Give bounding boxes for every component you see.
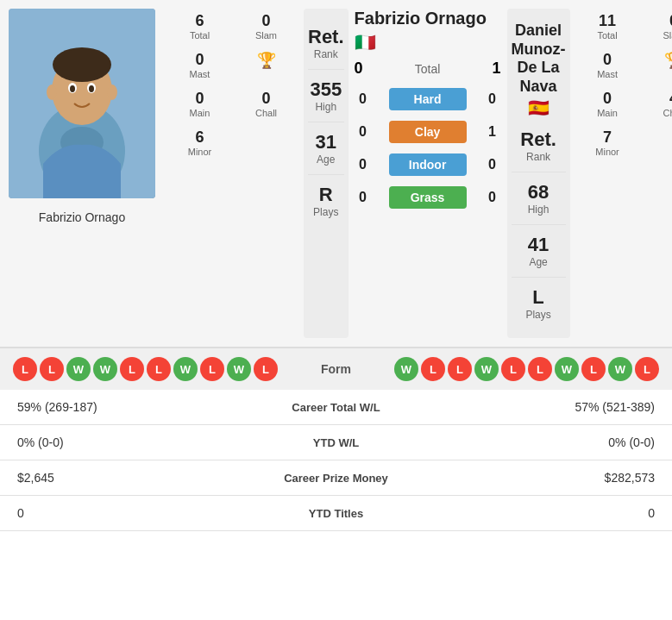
left-player-photo-col: Fabrizio Ornago <box>0 0 164 347</box>
left-trophy-icon-cell: 🏆 <box>235 47 298 83</box>
svg-point-10 <box>107 85 117 100</box>
career-center-label-3: YTD Titles <box>210 496 463 531</box>
form-badge-right-7: L <box>581 357 606 381</box>
clay-button[interactable]: Clay <box>389 121 467 143</box>
right-mast-stat: 0 Mast <box>576 47 639 83</box>
form-badge-right-5: L <box>528 357 552 381</box>
form-badge-left-1: L <box>40 357 64 381</box>
left-age-block: 31 Age <box>308 122 344 175</box>
career-stat-row-0: 59% (269-187) Career Total W/L 57% (521-… <box>0 390 672 425</box>
hard-button[interactable]: Hard <box>389 88 467 110</box>
form-badge-left-4: L <box>120 357 144 381</box>
career-right-val-1: 0% (0-0) <box>462 425 672 460</box>
career-left-val-3: 0 <box>0 496 210 531</box>
right-center-stats: Daniel Munoz-De La Nava 🇪🇸 Ret. Rank 68 … <box>507 9 570 338</box>
form-badge-right-9: L <box>635 357 659 381</box>
left-center-stats: Ret. Rank 355 High 31 Age R Plays <box>304 9 349 338</box>
career-left-val-2: $2,645 <box>0 460 210 496</box>
career-left-val-0: 59% (269-187) <box>0 390 210 425</box>
form-badge-left-0: L <box>13 357 37 381</box>
form-badge-right-6: W <box>555 357 579 381</box>
form-section: LLWWLLWLWL Form WLLWLLWLWL <box>0 347 672 390</box>
left-minor-stat: 6 Minor <box>168 125 231 160</box>
right-slam-stat: 0 Slam <box>643 9 672 44</box>
form-badge-right-4: L <box>501 357 525 381</box>
left-rank-block: Ret. Rank <box>308 17 344 70</box>
hard-row: 0 Hard 0 <box>355 88 501 110</box>
right-high-block: 68 High <box>512 172 566 225</box>
right-stats-grid: 11 Total 0 Slam 0 Mast 🏆 0 Main <box>576 9 672 160</box>
left-player-name-header: Fabrizio Ornago <box>355 9 487 28</box>
career-stat-row-1: 0% (0-0) YTD W/L 0% (0-0) <box>0 425 672 460</box>
career-stat-row-3: 0 YTD Titles 0 <box>0 496 672 531</box>
left-total-stat: 6 Total <box>168 9 231 44</box>
form-badge-left-9: L <box>254 357 278 381</box>
form-center-label: Form <box>285 362 388 376</box>
career-stat-row-2: $2,645 Career Prize Money $282,573 <box>0 460 672 496</box>
career-center-label-0: Career Total W/L <box>210 390 463 425</box>
right-chall-stat: 4 Chall <box>643 86 672 122</box>
right-total-stat: 11 Total <box>576 9 639 44</box>
form-badge-right-8: W <box>608 357 632 381</box>
svg-point-9 <box>47 85 57 100</box>
right-player-stats: 11 Total 0 Slam 0 Mast 🏆 0 Main <box>572 0 672 347</box>
right-rank-block: Ret. Rank <box>512 120 566 172</box>
svg-point-4 <box>53 47 111 82</box>
career-left-val-1: 0% (0-0) <box>0 425 210 460</box>
right-main-stat: 0 Main <box>576 86 639 122</box>
career-center-label-2: Career Prize Money <box>210 460 463 496</box>
form-badge-left-5: L <box>147 357 171 381</box>
career-stats-table: 59% (269-187) Career Total W/L 57% (521-… <box>0 390 672 531</box>
grass-button[interactable]: Grass <box>389 186 467 209</box>
left-player-stats: 6 Total 0 Slam 0 Mast 🏆 0 Main <box>164 0 302 347</box>
form-badge-left-6: W <box>173 357 198 381</box>
main-container: Fabrizio Ornago 6 Total 0 Slam 0 Mast 🏆 <box>0 0 672 531</box>
top-area: Fabrizio Ornago 6 Total 0 Slam 0 Mast 🏆 <box>0 0 672 347</box>
left-slam-stat: 0 Slam <box>235 9 298 44</box>
right-minor-stat: 7 Minor <box>576 125 639 160</box>
left-main-stat: 0 Main <box>168 86 231 122</box>
form-badge-right-0: W <box>394 357 418 381</box>
career-center-label-1: YTD W/L <box>210 425 463 460</box>
svg-point-7 <box>70 85 75 92</box>
form-badge-right-2: L <box>448 357 472 381</box>
left-player-name-under: Fabrizio Ornago <box>0 207 164 231</box>
form-badge-left-8: W <box>227 357 251 381</box>
clay-row: 0 Clay 1 <box>355 121 501 143</box>
career-right-val-3: 0 <box>462 496 672 531</box>
trophy-icon-right: 🏆 <box>664 51 672 70</box>
left-stats-grid: 6 Total 0 Slam 0 Mast 🏆 0 Main <box>168 9 298 160</box>
right-trophy-icon-cell: 🏆 <box>643 47 672 83</box>
right-player-name-header: Daniel Munoz-De La Nava <box>512 22 566 96</box>
left-chall-stat: 0 Chall <box>235 86 298 122</box>
right-age-block: 41 Age <box>512 225 566 278</box>
career-right-val-2: $282,573 <box>462 460 672 496</box>
form-right: WLLWLLWLWL <box>388 357 660 381</box>
left-plays-block: R Plays <box>308 175 344 227</box>
trophy-icon-left: 🏆 <box>257 51 276 70</box>
left-player-photo <box>9 9 155 198</box>
right-plays-block: L Plays <box>512 278 566 329</box>
indoor-button[interactable]: Indoor <box>389 153 467 176</box>
form-badge-left-3: W <box>93 357 117 381</box>
left-mast-stat: 0 Mast <box>168 47 231 83</box>
svg-point-8 <box>89 85 94 92</box>
form-badge-left-2: W <box>66 357 91 381</box>
grass-row: 0 Grass 0 <box>355 186 501 209</box>
form-badge-right-3: W <box>474 357 499 381</box>
left-flag: 🇮🇹 <box>355 32 376 53</box>
total-row: 0 Total 1 <box>355 59 501 78</box>
career-right-val-0: 57% (521-389) <box>462 390 672 425</box>
form-badge-right-1: L <box>421 357 445 381</box>
right-flag: 🇪🇸 <box>512 97 566 118</box>
form-left: LLWWLLWLWL <box>13 357 285 381</box>
left-high-block: 355 High <box>308 70 344 122</box>
indoor-row: 0 Indoor 0 <box>355 153 501 176</box>
form-badge-left-7: L <box>200 357 224 381</box>
